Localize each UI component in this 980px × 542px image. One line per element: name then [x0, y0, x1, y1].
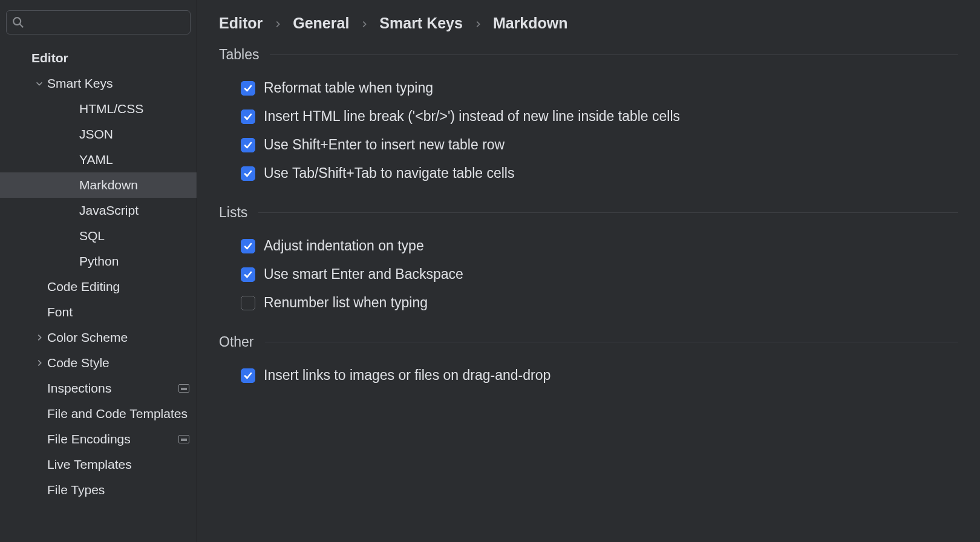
- sidebar-item-yaml[interactable]: YAML: [0, 147, 197, 172]
- option-row[interactable]: Use smart Enter and Backspace: [219, 260, 958, 289]
- tree-item-label: Code Style: [47, 356, 189, 370]
- option-row[interactable]: Adjust indentation on type: [219, 232, 958, 260]
- tree-item-label: File Encodings: [47, 432, 178, 446]
- sidebar-item-javascript[interactable]: JavaScript: [0, 198, 197, 223]
- breadcrumb-item[interactable]: General: [293, 15, 349, 32]
- checkbox[interactable]: [241, 109, 255, 124]
- sidebar-item-file-types[interactable]: File Types: [0, 477, 197, 503]
- option-row[interactable]: Renumber list when typing: [219, 289, 958, 317]
- tree-item-label: YAML: [79, 152, 189, 167]
- search-icon: [11, 16, 25, 29]
- tree-item-label: Editor: [31, 51, 189, 65]
- breadcrumb-item[interactable]: Smart Keys: [379, 15, 463, 32]
- sidebar-item-code-style[interactable]: Code Style: [0, 350, 197, 376]
- chevron-down-icon: [31, 79, 47, 88]
- tree-item-label: JSON: [79, 127, 189, 142]
- checkbox[interactable]: [241, 368, 255, 383]
- tree-item-label: JavaScript: [79, 203, 189, 218]
- tree-item-label: File and Code Templates: [47, 406, 189, 421]
- sidebar-item-inspections[interactable]: Inspections: [0, 376, 197, 401]
- project-badge-icon: [178, 384, 189, 393]
- sidebar-item-font[interactable]: Font: [0, 299, 197, 325]
- checkbox[interactable]: [241, 239, 255, 253]
- option-label: Adjust indentation on type: [264, 238, 424, 254]
- search-input[interactable]: [28, 16, 185, 30]
- tree-item-label: Markdown: [79, 178, 189, 192]
- option-row[interactable]: Use Tab/Shift+Tab to navigate table cell…: [219, 159, 958, 188]
- sidebar-item-color-scheme[interactable]: Color Scheme: [0, 325, 197, 350]
- section-title: Tables: [219, 47, 259, 63]
- svg-point-0: [13, 18, 21, 25]
- divider: [265, 342, 958, 342]
- sidebar-item-live-templates[interactable]: Live Templates: [0, 452, 197, 477]
- sidebar-item-editor[interactable]: Editor: [0, 45, 197, 71]
- option-row[interactable]: Reformat table when typing: [219, 74, 958, 102]
- tree-item-label: Python: [79, 254, 189, 269]
- chevron-right-icon: [31, 359, 47, 367]
- option-label: Use smart Enter and Backspace: [264, 266, 463, 282]
- checkbox[interactable]: [241, 81, 255, 96]
- breadcrumb-item[interactable]: Markdown: [493, 15, 568, 32]
- sidebar-item-smart-keys[interactable]: Smart Keys: [0, 71, 197, 96]
- settings-main: EditorGeneralSmart KeysMarkdown TablesRe…: [197, 0, 980, 542]
- sidebar-item-markdown[interactable]: Markdown: [0, 172, 197, 198]
- option-row[interactable]: Use Shift+Enter to insert new table row: [219, 131, 958, 159]
- tree-item-label: Smart Keys: [47, 76, 189, 91]
- tree-item-label: HTML/CSS: [79, 102, 189, 116]
- sidebar-item-sql[interactable]: SQL: [0, 223, 197, 249]
- section-other: OtherInsert links to images or files on …: [197, 334, 980, 390]
- sidebar-item-code-editing[interactable]: Code Editing: [0, 274, 197, 299]
- checkbox[interactable]: [241, 296, 255, 310]
- tree-item-label: SQL: [79, 229, 189, 243]
- breadcrumb: EditorGeneralSmart KeysMarkdown: [197, 15, 980, 47]
- option-row[interactable]: Insert links to images or files on drag-…: [219, 361, 958, 390]
- option-label: Use Tab/Shift+Tab to navigate table cell…: [264, 165, 514, 181]
- checkbox[interactable]: [241, 166, 255, 181]
- tree-item-label: Code Editing: [47, 279, 189, 294]
- checkbox[interactable]: [241, 267, 255, 282]
- section-title: Other: [219, 334, 254, 350]
- option-label: Insert HTML line break ('<br/>') instead…: [264, 108, 680, 125]
- tree-item-label: Color Scheme: [47, 330, 189, 345]
- tree-item-label: Font: [47, 305, 189, 319]
- tree-item-label: Inspections: [47, 381, 178, 396]
- sidebar-item-file-and-code-templates[interactable]: File and Code Templates: [0, 401, 197, 426]
- search-box[interactable]: [6, 10, 191, 34]
- breadcrumb-item[interactable]: Editor: [219, 15, 263, 32]
- option-label: Reformat table when typing: [264, 80, 433, 96]
- sidebar-item-file-encodings[interactable]: File Encodings: [0, 426, 197, 452]
- section-title: Lists: [219, 204, 247, 221]
- project-badge-icon: [178, 435, 189, 443]
- chevron-right-icon: [273, 15, 282, 32]
- tree-item-label: Live Templates: [47, 457, 189, 472]
- chevron-right-icon: [474, 15, 482, 32]
- settings-tree: EditorSmart KeysHTML/CSSJSONYAMLMarkdown…: [0, 45, 197, 542]
- chevron-right-icon: [360, 15, 368, 32]
- sidebar-item-json[interactable]: JSON: [0, 122, 197, 147]
- sidebar-item-python[interactable]: Python: [0, 249, 197, 274]
- section-lists: ListsAdjust indentation on typeUse smart…: [197, 204, 980, 317]
- checkbox[interactable]: [241, 138, 255, 152]
- divider: [270, 54, 958, 55]
- option-label: Insert links to images or files on drag-…: [264, 367, 550, 384]
- chevron-right-icon: [31, 333, 47, 342]
- section-tables: TablesReformat table when typingInsert H…: [197, 47, 980, 188]
- sidebar-item-html-css[interactable]: HTML/CSS: [0, 96, 197, 122]
- option-row[interactable]: Insert HTML line break ('<br/>') instead…: [219, 102, 958, 131]
- tree-item-label: File Types: [47, 483, 189, 497]
- svg-line-1: [20, 24, 24, 28]
- option-label: Use Shift+Enter to insert new table row: [264, 137, 505, 153]
- option-label: Renumber list when typing: [264, 295, 428, 311]
- settings-sidebar: EditorSmart KeysHTML/CSSJSONYAMLMarkdown…: [0, 0, 197, 542]
- divider: [258, 212, 958, 213]
